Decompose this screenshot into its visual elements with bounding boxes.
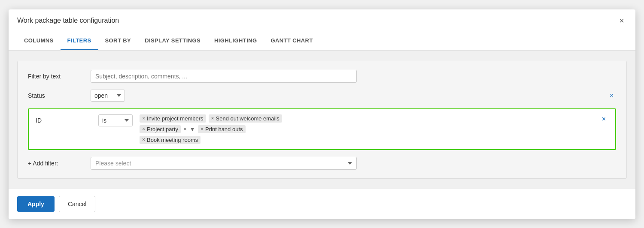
- modal-header: Work package table configuration ×: [9, 9, 635, 32]
- filter-id-remove-container: ×: [599, 114, 608, 124]
- tab-gantt-chart[interactable]: GANTT CHART: [264, 32, 319, 50]
- tag-remove-invite-project-members[interactable]: ×: [142, 116, 145, 121]
- filter-id-operator-select[interactable]: is is not: [98, 114, 133, 126]
- filters-section: Filter by text Status open closed all × …: [17, 61, 627, 179]
- tag-invite-project-members: × Invite project members: [140, 114, 206, 123]
- tag-label: Send out welcome emails: [216, 115, 279, 122]
- tab-columns[interactable]: COLUMNS: [17, 32, 61, 50]
- tab-display-settings[interactable]: DISPLAY SETTINGS: [138, 32, 207, 50]
- tag-label: Print hand outs: [205, 126, 243, 132]
- tag-remove-project-party[interactable]: ×: [142, 126, 145, 132]
- filter-id-operator-container: is is not: [98, 114, 133, 126]
- tag-project-party: × Project party: [140, 125, 181, 133]
- tag-send-welcome-emails: × Send out welcome emails: [209, 114, 282, 123]
- tab-sort-by[interactable]: SORT BY: [98, 32, 138, 50]
- modal-title: Work package table configuration: [17, 17, 119, 24]
- filter-row-status: Status open closed all ×: [28, 90, 616, 102]
- modal: Work package table configuration × COLUM…: [9, 9, 635, 219]
- filter-text-label: Filter by text: [28, 73, 84, 80]
- filter-id-remove-btn[interactable]: ×: [599, 114, 608, 124]
- tag-print-hand-outs: × Print hand outs: [198, 125, 245, 133]
- filter-status-remove[interactable]: ×: [607, 91, 616, 100]
- add-filter-row: + Add filter: Please select: [28, 157, 616, 170]
- add-filter-label: + Add filter:: [28, 160, 84, 167]
- cancel-button[interactable]: Cancel: [59, 196, 96, 212]
- filter-status-select[interactable]: open closed all: [91, 90, 125, 102]
- filter-text-input[interactable]: [91, 70, 357, 83]
- modal-body: Filter by text Status open closed all × …: [9, 51, 635, 189]
- tag-clear-all[interactable]: ×: [183, 126, 187, 132]
- tag-remove-send-welcome-emails[interactable]: ×: [211, 116, 214, 121]
- modal-footer: Apply Cancel: [9, 189, 635, 219]
- filter-status-label: Status: [28, 92, 84, 99]
- tab-filters[interactable]: FILTERS: [61, 32, 98, 50]
- close-button[interactable]: ×: [617, 15, 627, 26]
- filter-row-id: ID is is not × Invite project members × …: [28, 108, 616, 150]
- tab-highlighting[interactable]: HIGHLIGHTING: [207, 32, 264, 50]
- tabs-bar: COLUMNS FILTERS SORT BY DISPLAY SETTINGS…: [9, 32, 635, 51]
- tag-label: Invite project members: [147, 115, 204, 122]
- apply-button[interactable]: Apply: [17, 196, 55, 212]
- filter-id-label: ID: [36, 114, 91, 124]
- tag-remove-book-meeting-rooms[interactable]: ×: [142, 137, 145, 142]
- tag-remove-print-hand-outs[interactable]: ×: [200, 126, 204, 132]
- tag-label: Project party: [147, 126, 178, 132]
- tag-book-meeting-rooms: × Book meeting rooms: [140, 136, 200, 144]
- filter-row-text: Filter by text: [28, 70, 616, 83]
- tag-label: Book meeting rooms: [147, 137, 198, 143]
- tag-sort-down[interactable]: ▼: [189, 126, 195, 132]
- add-filter-select[interactable]: Please select: [91, 157, 357, 170]
- filter-id-values: × Invite project members × Send out welc…: [140, 114, 286, 144]
